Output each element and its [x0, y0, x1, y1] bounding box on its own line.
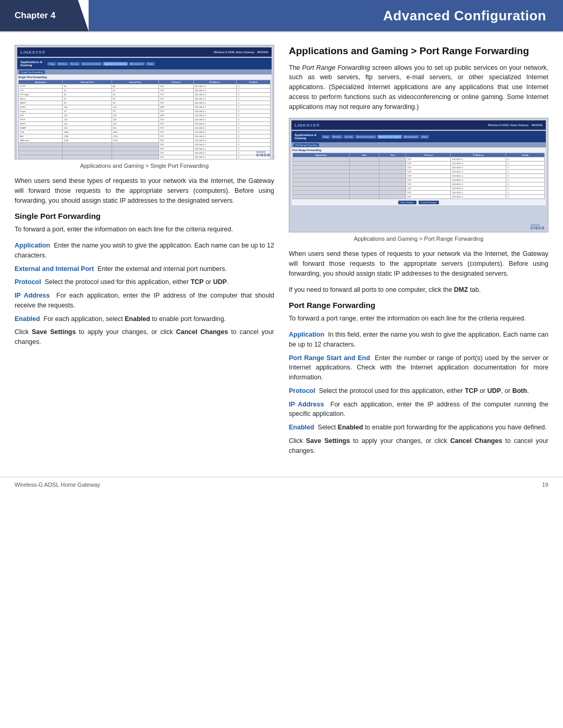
left-screenshot-caption: Applications and Gaming > Single Port Fo…	[15, 163, 274, 169]
save-instruction-left: Click Save Settings to apply your change…	[15, 327, 274, 347]
page-title: Advanced Configuration	[89, 0, 563, 31]
right-screenshot-caption: Applications and Gaming > Port Range For…	[289, 236, 548, 242]
right-dmz-text: If you need to forward all ports to one …	[289, 285, 548, 295]
port-range-intro: To forward a port range, enter the infor…	[289, 314, 548, 324]
single-port-intro: To forward a port, enter the information…	[15, 225, 274, 235]
mock-ui-left: LINKSYS® Wireless-G ADSL Home Gateway WA…	[15, 45, 274, 159]
footer-page-number: 19	[542, 482, 548, 488]
header: Chapter 4 Advanced Configuration	[0, 0, 563, 32]
page-content: LINKSYS® Wireless-G ADSL Home Gateway WA…	[0, 32, 563, 472]
field-protocol-right: Protocol Select the protocol used for th…	[289, 386, 548, 396]
single-port-heading: Single Port Forwarding	[15, 212, 274, 220]
field-ip-right: IP Address For each application, enter t…	[289, 400, 548, 419]
port-range-heading: Port Range Forwarding	[289, 301, 548, 310]
left-column: LINKSYS® Wireless-G ADSL Home Gateway WA…	[15, 45, 274, 459]
left-screenshot: LINKSYS® Wireless-G ADSL Home Gateway WA…	[15, 45, 274, 159]
field-protocol-left: Protocol Select the protocol used for th…	[15, 277, 274, 287]
linksys-logo-left: LINKSYS®	[20, 50, 46, 55]
chapter-text: Chapter 4	[15, 10, 55, 21]
field-port-range-start-end: Port Range Start and End Enter the numbe…	[289, 353, 548, 382]
save-instruction-right: Click Save Settings to apply your change…	[289, 436, 548, 456]
field-enabled-right: Enabled Select Enabled to enable port fo…	[289, 423, 548, 433]
right-when-text: When users send these types of requests …	[289, 249, 548, 278]
field-ip-left: IP Address For each application, enter t…	[15, 291, 274, 311]
right-section-heading: Applications and Gaming > Port Range For…	[289, 45, 548, 58]
right-column: Applications and Gaming > Port Range For…	[289, 45, 548, 459]
page-footer: Wireless-G ADSL Home Gateway 19	[0, 477, 563, 492]
chapter-label: Chapter 4	[0, 0, 89, 31]
linksys-logo-right: LINKSYS®	[295, 123, 320, 128]
footer-label: Wireless-G ADSL Home Gateway	[15, 482, 100, 488]
left-intro-text: When users send these types of requests …	[15, 176, 274, 205]
field-enabled-left: Enabled For each application, select Ena…	[15, 314, 274, 324]
mock-ui-right: LINKSYS® Wireless-G ADSL Home Gateway WA…	[289, 118, 548, 232]
field-ports: External and Internal Port Enter the ext…	[15, 264, 274, 274]
field-application-right: Application In this field, enter the nam…	[289, 330, 548, 350]
field-application-left: Application Enter the name you wish to g…	[15, 241, 274, 261]
right-screenshot: LINKSYS® Wireless-G ADSL Home Gateway WA…	[289, 118, 548, 232]
right-intro-text: The Port Range Forwarding screen allows …	[289, 63, 548, 112]
